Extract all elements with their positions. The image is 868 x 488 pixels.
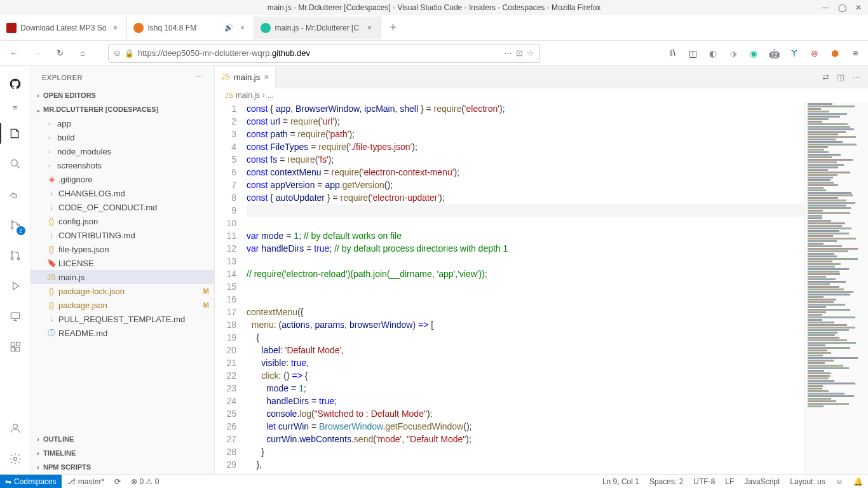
editor-more-icon[interactable]: ⋯: [852, 72, 860, 82]
activity-pr-icon[interactable]: [0, 240, 31, 271]
status-bell-icon[interactable]: 🔔: [848, 475, 868, 489]
new-tab-button[interactable]: +: [381, 17, 404, 39]
ext-icon-2[interactable]: ⬗: [726, 46, 741, 61]
svg-point-0: [11, 159, 17, 166]
file-filetypes[interactable]: {}file-types.json: [31, 242, 214, 256]
folder-screenshots[interactable]: ›screenshots: [31, 158, 214, 172]
activity-menu-icon[interactable]: ≡: [0, 97, 31, 118]
file-license[interactable]: 🔖LICENSE: [31, 256, 214, 270]
status-layout[interactable]: Layout: us: [785, 475, 830, 489]
file-tree: ›app ›build ›node_modules ›screenshots ◈…: [31, 116, 214, 432]
bookmark-icon[interactable]: ☆: [527, 48, 534, 58]
sidebar-icon[interactable]: ◫: [685, 46, 700, 61]
folder-app[interactable]: ›app: [31, 116, 214, 130]
browser-tab-0[interactable]: Download Latest MP3 So ×: [0, 17, 127, 39]
home-button[interactable]: ⌂: [74, 44, 92, 62]
editor-compare-icon[interactable]: ⇄: [822, 72, 829, 82]
editor-split-icon[interactable]: ◫: [837, 72, 844, 82]
tab-title: main.js - Mr.Dclutterer [C: [275, 24, 360, 32]
svg-rect-7: [11, 313, 19, 318]
shield-icon[interactable]: ⊝: [114, 48, 121, 58]
forward-button[interactable]: →: [28, 44, 46, 62]
code-editor[interactable]: 1234567891011121314151617181920212223242…: [215, 102, 868, 474]
favicon-icon: [133, 23, 144, 33]
status-sync[interactable]: ⟳: [109, 475, 126, 489]
ext-icon-4[interactable]: 🤖: [766, 46, 782, 61]
svg-rect-10: [15, 348, 19, 351]
file-readme[interactable]: ⓘREADME.md: [31, 326, 214, 340]
file-changelog[interactable]: ↓CHANGELOG.md: [31, 186, 214, 200]
breadcrumb[interactable]: JS main.js › ...: [215, 88, 868, 102]
ext-icon-1[interactable]: ◐: [705, 46, 721, 61]
tab-close-icon[interactable]: ×: [237, 23, 247, 33]
editor-tab-bar: JS main.js × ⇄ ◫ ⋯: [215, 66, 868, 88]
status-errors[interactable]: ⊗ 0 ⚠ 0: [126, 475, 164, 489]
browser-tab-2[interactable]: main.js - Mr.Dclutterer [C ×: [254, 17, 381, 39]
file-prtemplate[interactable]: ↓PULL_REQUEST_TEMPLATE.md: [31, 312, 214, 326]
status-branch[interactable]: ⎇master*: [62, 475, 109, 489]
status-remote[interactable]: ⇋Codespaces: [0, 475, 62, 489]
section-open-editors[interactable]: ›OPEN EDITORS: [31, 88, 214, 102]
svg-point-6: [17, 257, 19, 259]
file-coc[interactable]: ↓CODE_OF_CONDUCT.md: [31, 200, 214, 214]
folder-node-modules[interactable]: ›node_modules: [31, 144, 214, 158]
url-more-icon[interactable]: ⋯: [504, 48, 512, 58]
back-button[interactable]: ←: [5, 44, 23, 62]
audio-icon[interactable]: 🔊: [224, 24, 233, 32]
reload-button[interactable]: ↻: [51, 44, 69, 62]
svg-point-2: [11, 227, 13, 229]
status-encoding[interactable]: UTF-8: [688, 475, 720, 489]
library-icon[interactable]: ⫴\: [665, 46, 680, 61]
file-config[interactable]: {}config.json: [31, 214, 214, 228]
ext-icon-7[interactable]: ⬢: [827, 46, 843, 61]
lock-icon[interactable]: 🔒: [125, 49, 134, 58]
ext-icon-3[interactable]: ◉: [746, 46, 761, 61]
status-feedback-icon[interactable]: ☺: [831, 475, 848, 489]
code-content[interactable]: const { app, BrowserWindow, ipcMain, she…: [247, 102, 804, 474]
tab-close-icon[interactable]: ×: [364, 23, 374, 33]
address-bar: ← → ↻ ⌂ ⊝ 🔒 https://deep5050-mr-dclutter…: [0, 41, 868, 66]
activity-explorer-icon[interactable]: [0, 118, 31, 149]
favicon-icon: [6, 23, 17, 33]
window-close-icon[interactable]: ✕: [854, 3, 863, 12]
editor-tab-mainjs[interactable]: JS main.js ×: [215, 66, 276, 88]
status-language[interactable]: JavaScript: [739, 475, 785, 489]
file-pkglock[interactable]: {}package-lock.jsonM: [31, 284, 214, 298]
status-eol[interactable]: LF: [720, 475, 739, 489]
browser-tab-1[interactable]: Ishq 104.8 FM 🔊 ×: [127, 17, 254, 39]
window-maximize-icon[interactable]: ◯: [837, 3, 846, 12]
activity-scm-icon[interactable]: 2: [0, 210, 31, 240]
ext-icon-5[interactable]: ϒ: [787, 46, 802, 61]
activity-settings-icon[interactable]: [0, 444, 31, 474]
sidebar-title: EXPLORER: [42, 74, 196, 81]
minimap[interactable]: [804, 102, 868, 474]
window-minimize-icon[interactable]: —: [821, 3, 830, 12]
folder-build[interactable]: ›build: [31, 130, 214, 144]
url-input[interactable]: ⊝ 🔒 https://deep5050-mr-dclutterer-wqrp.…: [108, 44, 540, 63]
activity-search-icon[interactable]: [0, 149, 31, 179]
section-outline[interactable]: ›OUTLINE: [31, 432, 214, 446]
sidebar-more-icon[interactable]: ⋯: [196, 73, 203, 81]
activity-account-icon[interactable]: [0, 413, 31, 444]
menu-icon[interactable]: ≡: [848, 46, 863, 61]
editor-tab-label: main.js: [234, 72, 260, 82]
tab-close-icon[interactable]: ×: [110, 23, 120, 33]
status-cursor-pos[interactable]: Ln 9, Col 1: [597, 475, 644, 489]
section-timeline[interactable]: ›TIMELINE: [31, 446, 214, 460]
status-spaces[interactable]: Spaces: 2: [644, 475, 688, 489]
editor-tab-close-icon[interactable]: ×: [264, 72, 269, 82]
file-gitignore[interactable]: ◈.gitignore: [31, 172, 214, 186]
section-npm[interactable]: ›NPM SCRIPTS: [31, 460, 214, 474]
activity-github-icon[interactable]: [0, 71, 31, 97]
window-title: main.js - Mr.Dclutterer [Codespaces] - V…: [268, 3, 601, 12]
activity-codespaces-icon[interactable]: [0, 179, 31, 210]
file-mainjs[interactable]: JSmain.js: [31, 270, 214, 284]
section-repo[interactable]: ⌄MR.DCLUTTERER [CODESPACES]: [31, 102, 214, 116]
activity-extensions-icon[interactable]: [0, 332, 31, 362]
file-pkg[interactable]: {}package.jsonM: [31, 298, 214, 312]
file-contributing[interactable]: ↓CONTRIBUTING.md: [31, 228, 214, 242]
activity-remote-icon[interactable]: [0, 301, 31, 332]
activity-debug-icon[interactable]: [0, 271, 31, 301]
reader-icon[interactable]: ⊡: [516, 48, 523, 58]
ext-icon-6[interactable]: ⊚: [807, 46, 822, 61]
